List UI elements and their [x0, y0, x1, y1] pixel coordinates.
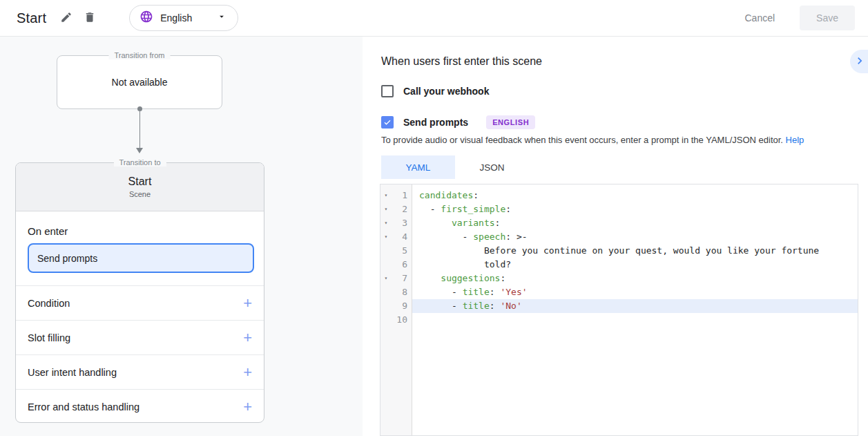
section-row-error-handling[interactable]: Error and status handling + — [16, 389, 264, 422]
code-line[interactable]: ▾4 - speech: >- — [380, 230, 858, 244]
webhook-checkbox[interactable] — [381, 85, 394, 97]
send-prompts-row: Send prompts ENGLISH — [381, 115, 535, 129]
add-error-handling-button[interactable]: + — [243, 399, 252, 415]
section-label: Condition — [28, 298, 70, 309]
line-number: 9 — [392, 299, 412, 313]
code-text[interactable]: candidates: — [412, 189, 858, 202]
section-row-user-intent[interactable]: User intent handling + — [16, 354, 264, 389]
code-text[interactable]: - first_simple: — [412, 202, 858, 216]
on-enter-detail-panel: When users first enter this scene Call y… — [363, 37, 868, 436]
save-button[interactable]: Save — [800, 6, 855, 30]
scene-diagram-canvas: Transition from Not available Transition… — [0, 37, 363, 436]
scene-name: Start — [128, 176, 152, 188]
section-row-slot-filling[interactable]: Slot filling + — [16, 320, 264, 354]
code-text[interactable]: suggestions: — [412, 272, 858, 285]
fold-toggle-icon[interactable]: ▾ — [380, 216, 392, 230]
language-label: English — [160, 12, 192, 23]
scene-card: Transition to Start Scene On enter Send … — [15, 162, 264, 423]
transition-to-label: Transition to — [113, 158, 166, 167]
fold-toggle-icon[interactable]: ▾ — [380, 189, 392, 202]
help-link[interactable]: Help — [786, 135, 804, 145]
add-user-intent-button[interactable]: + — [243, 365, 252, 380]
section-label: Slot filling — [28, 332, 70, 343]
send-prompts-chip[interactable]: Send prompts — [28, 243, 254, 273]
line-number: 8 — [392, 285, 412, 299]
description-text: To provide audio or visual feedback when… — [381, 135, 783, 145]
delete-scene-button[interactable] — [78, 6, 102, 30]
line-number: 10 — [392, 313, 412, 327]
on-enter-title: On enter — [28, 225, 68, 237]
code-text[interactable] — [412, 313, 858, 327]
connector-line — [139, 111, 140, 149]
language-selector[interactable]: English — [129, 5, 238, 31]
on-enter-section: On enter Send prompts — [16, 211, 264, 285]
code-text[interactable]: told? — [412, 258, 858, 272]
line-number: 1 — [392, 189, 412, 202]
code-text[interactable]: - title: 'Yes' — [412, 285, 858, 299]
connector-dot — [137, 106, 142, 111]
pencil-icon — [60, 11, 73, 26]
fold-toggle-icon[interactable]: ▾ — [380, 272, 392, 285]
line-number: 3 — [392, 216, 412, 230]
line-number: 2 — [392, 202, 412, 216]
send-prompts-checkbox[interactable] — [381, 116, 394, 129]
chevron-down-icon — [217, 12, 226, 24]
code-lines: ▾1candidates:▾2 - first_simple:▾3 varian… — [380, 184, 858, 327]
webhook-label: Call your webhook — [403, 86, 489, 97]
section-row-condition[interactable]: Condition + — [16, 285, 264, 320]
language-badge: ENGLISH — [486, 115, 535, 129]
editor-tabs: YAML JSON — [381, 155, 529, 179]
prompt-description: To provide audio or visual feedback when… — [381, 135, 804, 145]
tab-json[interactable]: JSON — [455, 155, 529, 179]
code-text[interactable]: - speech: >- — [412, 230, 858, 244]
scene-card-header[interactable]: Start Scene — [16, 163, 264, 211]
code-line[interactable]: ▾3 variants: — [380, 216, 858, 230]
fold-toggle-icon[interactable]: ▾ — [380, 230, 392, 244]
code-line[interactable]: ▾1candidates: — [380, 189, 858, 202]
code-line[interactable]: 10 — [380, 313, 858, 327]
line-number: 5 — [392, 244, 412, 258]
cancel-button[interactable]: Cancel — [735, 7, 784, 29]
code-text[interactable]: variants: — [412, 216, 858, 230]
trash-icon — [84, 11, 96, 26]
fold-toggle-icon[interactable]: ▾ — [380, 202, 392, 216]
section-label: User intent handling — [28, 367, 117, 378]
code-line[interactable]: ▾2 - first_simple: — [380, 202, 858, 216]
add-condition-button[interactable]: + — [243, 296, 252, 311]
code-line[interactable]: 5 Before you continue on your quest, wou… — [380, 244, 858, 258]
arrow-down-icon — [136, 148, 143, 153]
page-title: Start — [17, 10, 46, 26]
transition-from-value: Not available — [112, 77, 168, 88]
scene-type: Scene — [129, 190, 151, 198]
code-text[interactable]: Before you continue on your quest, would… — [412, 244, 858, 258]
chevron-right-icon — [850, 54, 867, 70]
code-line[interactable]: 6 told? — [380, 258, 858, 272]
line-number: 7 — [392, 272, 412, 285]
tab-yaml[interactable]: YAML — [381, 155, 455, 179]
yaml-code-editor[interactable]: ▾1candidates:▾2 - first_simple:▾3 varian… — [380, 184, 858, 436]
checkmark-icon — [383, 118, 392, 126]
code-line[interactable]: 9 - title: 'No' — [380, 299, 858, 313]
top-bar: Start English Cancel Save — [0, 0, 868, 37]
transition-from-label: Transition from — [109, 51, 171, 59]
line-number: 6 — [392, 258, 412, 272]
send-prompts-label: Send prompts — [403, 117, 468, 128]
code-line[interactable]: ▾7 suggestions: — [380, 272, 858, 285]
panel-heading: When users first enter this scene — [381, 55, 542, 68]
line-number: 4 — [392, 230, 412, 244]
add-slot-filling-button[interactable]: + — [243, 330, 252, 345]
code-text[interactable]: - title: 'No' — [412, 299, 858, 313]
webhook-row: Call your webhook — [381, 85, 489, 97]
collapse-panel-button[interactable] — [850, 50, 868, 73]
code-line[interactable]: 8 - title: 'Yes' — [380, 285, 858, 299]
section-label: Error and status handling — [28, 401, 139, 413]
edit-scene-button[interactable] — [55, 6, 78, 30]
globe-icon — [139, 10, 153, 26]
transition-from-box: Transition from Not available — [57, 55, 222, 109]
